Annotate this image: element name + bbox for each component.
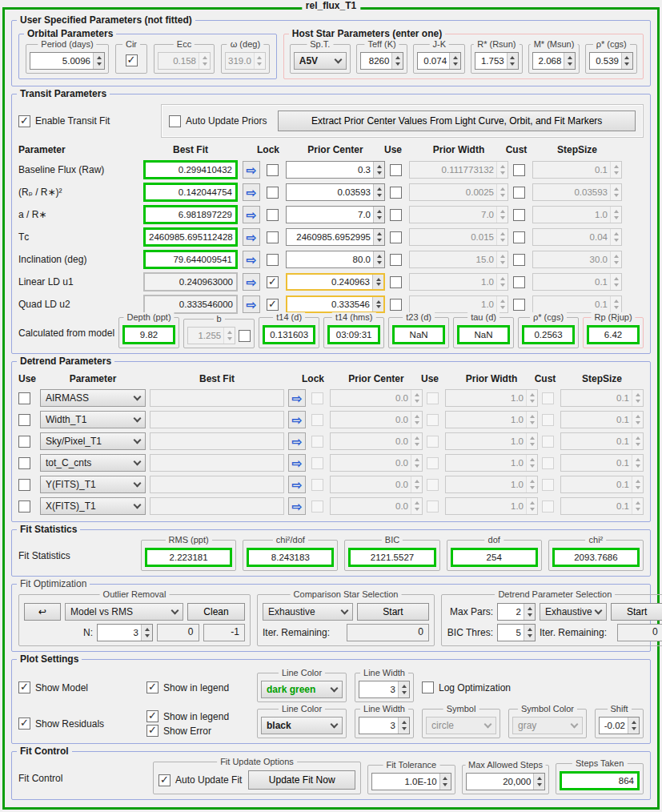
lock-checkbox[interactable] xyxy=(267,254,279,266)
step-size-input[interactable]: 0.1 xyxy=(560,497,644,515)
spinner-buttons[interactable] xyxy=(507,53,518,69)
rho-input[interactable]: 0.539 xyxy=(589,52,633,70)
use-checkbox[interactable] xyxy=(390,231,402,243)
spinner-buttons[interactable] xyxy=(526,476,537,492)
shift-input[interactable]: -0.02 xyxy=(599,717,640,734)
spinner-buttons[interactable] xyxy=(628,718,639,734)
detrend-param-dropdown[interactable]: AIRMASS xyxy=(40,389,146,407)
spinner-buttons[interactable] xyxy=(564,53,575,69)
copy-arrow-button[interactable]: ⇨ xyxy=(243,161,260,179)
cust-checkbox[interactable] xyxy=(513,187,525,199)
best-fit-field[interactable] xyxy=(150,476,284,493)
log-optimization[interactable]: Log Optimization xyxy=(422,681,511,693)
spinner-buttons[interactable] xyxy=(632,433,643,449)
residuals-show-error[interactable]: Show Error xyxy=(146,725,249,737)
spinner-buttons[interactable] xyxy=(373,207,384,223)
spinner-buttons[interactable] xyxy=(524,625,535,641)
step-size-input[interactable]: 0.04 xyxy=(532,228,622,246)
copy-arrow-button[interactable]: ⇨ xyxy=(288,411,306,428)
model-line-color-dropdown[interactable]: dark green xyxy=(261,681,343,698)
prior-width-input[interactable]: 1.0 xyxy=(445,476,538,493)
comp-star-start-button[interactable]: Start xyxy=(357,603,429,621)
step-size-input[interactable]: 0.1 xyxy=(560,476,644,493)
spinner-buttons[interactable] xyxy=(526,455,537,471)
lock-checkbox[interactable] xyxy=(267,164,279,176)
cust-checkbox[interactable] xyxy=(513,164,525,176)
use-detrend-checkbox[interactable] xyxy=(18,457,30,469)
use-checkbox[interactable] xyxy=(390,276,402,288)
spinner-buttons[interactable] xyxy=(398,718,409,734)
residuals-show-in-legend[interactable]: Show in legend xyxy=(146,710,249,722)
cust-checkbox[interactable] xyxy=(513,299,525,311)
prior-width-input[interactable]: 15.0 xyxy=(409,251,508,268)
use-detrend-checkbox[interactable] xyxy=(18,479,30,491)
prior-width-input[interactable]: 1.0 xyxy=(409,295,508,313)
copy-arrow-button[interactable]: ⇨ xyxy=(243,295,260,313)
step-size-input[interactable]: 30.0 xyxy=(532,251,622,268)
prior-width-input[interactable]: 1.0 xyxy=(445,432,538,450)
prior-width-input[interactable]: 7.0 xyxy=(409,206,508,223)
prior-center-input[interactable]: 7.0 xyxy=(286,206,385,223)
spinner-buttons[interactable] xyxy=(254,53,265,69)
prior-center-input[interactable]: 0.0 xyxy=(330,476,423,493)
cir-checkbox[interactable] xyxy=(126,54,138,66)
show-residuals-checkbox[interactable] xyxy=(18,718,30,730)
enable-transit-fit[interactable]: Enable Transit Fit xyxy=(18,115,154,127)
use-checkbox[interactable] xyxy=(390,187,402,199)
spinner-buttons[interactable] xyxy=(391,53,403,69)
lock-checkbox[interactable] xyxy=(267,187,279,199)
max-pars-input[interactable]: 2 xyxy=(497,603,536,621)
spinner-buttons[interactable] xyxy=(373,229,384,245)
detrend-method-dropdown[interactable]: Exhaustive xyxy=(540,603,607,621)
spinner-buttons[interactable] xyxy=(632,412,643,428)
spinner-buttons[interactable] xyxy=(496,162,508,178)
spinner-buttons[interactable] xyxy=(411,455,422,471)
spinner-buttons[interactable] xyxy=(372,275,383,289)
spinner-buttons[interactable] xyxy=(398,681,409,697)
detrend-param-dropdown[interactable]: Sky/Pixel_T1 xyxy=(40,432,146,450)
impact-checkbox[interactable] xyxy=(239,330,251,342)
step-size-input[interactable]: 0.1 xyxy=(532,295,622,313)
period-input[interactable]: 5.0096 xyxy=(30,52,105,70)
step-size-input[interactable]: 0.1 xyxy=(560,411,644,428)
step-size-input[interactable]: 0.1 xyxy=(560,389,644,407)
spinner-buttons[interactable] xyxy=(496,251,508,267)
spinner-buttons[interactable] xyxy=(223,328,235,344)
step-size-input[interactable]: 0.03593 xyxy=(532,183,622,201)
use-checkbox[interactable] xyxy=(390,209,402,221)
spinner-buttons[interactable] xyxy=(610,207,621,223)
spinner-buttons[interactable] xyxy=(526,433,537,449)
prior-center-input[interactable]: 0.0 xyxy=(330,454,423,472)
prior-width-input[interactable]: 0.015 xyxy=(409,228,508,246)
spinner-buttons[interactable] xyxy=(621,53,632,69)
spinner-buttons[interactable] xyxy=(449,53,460,69)
best-fit-field[interactable] xyxy=(150,432,284,450)
rstar-input[interactable]: 1.753 xyxy=(475,52,519,70)
copy-arrow-button[interactable]: ⇨ xyxy=(243,183,260,201)
comp-star-method-dropdown[interactable]: Exhaustive xyxy=(263,603,353,621)
spinner-buttons[interactable] xyxy=(496,229,508,245)
spinner-buttons[interactable] xyxy=(496,184,508,200)
copy-arrow-button[interactable]: ⇨ xyxy=(288,454,306,472)
cust-checkbox[interactable] xyxy=(513,276,525,288)
step-size-input[interactable]: 0.1 xyxy=(532,161,622,179)
best-fit-field[interactable] xyxy=(150,411,284,428)
lock-checkbox[interactable] xyxy=(267,299,279,311)
best-fit-field[interactable] xyxy=(150,497,284,515)
prior-width-input[interactable]: 0.0025 xyxy=(409,183,508,201)
show-in-legend-checkbox[interactable] xyxy=(146,710,158,722)
spinner-buttons[interactable] xyxy=(439,774,451,790)
use-checkbox[interactable] xyxy=(390,254,402,266)
auto-update-fit[interactable]: Auto Update Fit xyxy=(158,774,242,786)
spinner-buttons[interactable] xyxy=(141,625,152,641)
copy-arrow-button[interactable]: ⇨ xyxy=(243,228,260,246)
spinner-buttons[interactable] xyxy=(411,476,422,492)
spinner-buttons[interactable] xyxy=(199,53,210,69)
detrend-param-dropdown[interactable]: X(FITS)_T1 xyxy=(40,497,146,515)
residuals-line-width-input[interactable]: 3 xyxy=(359,717,410,734)
spinner-buttons[interactable] xyxy=(533,774,544,790)
spinner-buttons[interactable] xyxy=(632,476,643,492)
step-size-input[interactable]: 0.1 xyxy=(560,454,644,472)
spinner-buttons[interactable] xyxy=(411,412,422,428)
cust-checkbox[interactable] xyxy=(513,254,525,266)
